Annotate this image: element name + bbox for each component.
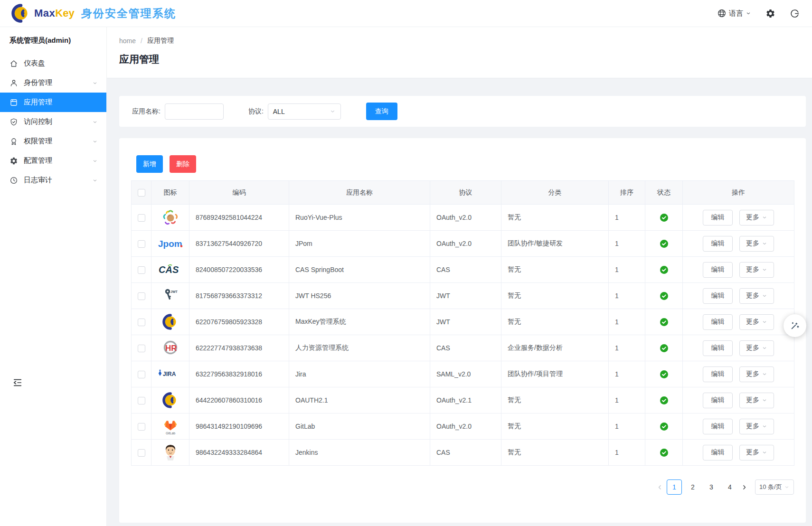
page-number-4[interactable]: 4 bbox=[722, 479, 737, 495]
sidebar-item-access[interactable]: 访问控制 bbox=[0, 112, 106, 132]
app-name-filter-input[interactable] bbox=[165, 103, 224, 120]
table-row: HR 622227747938373638 人力资源管理系统 CAS 企业服务/… bbox=[132, 335, 794, 361]
edit-button[interactable]: 编辑 bbox=[703, 340, 733, 356]
svg-text:GitLab: GitLab bbox=[165, 432, 175, 435]
edit-button[interactable]: 编辑 bbox=[703, 210, 733, 225]
app-code: 817568793663373312 bbox=[189, 283, 289, 309]
logout-button[interactable] bbox=[790, 9, 800, 19]
page-number-1[interactable]: 1 bbox=[667, 479, 682, 495]
language-switcher[interactable]: 语言 bbox=[717, 9, 751, 18]
table-row: 876892492581044224 RuoYi-Vue-Plus OAuth_… bbox=[132, 205, 794, 231]
jenkins-logo-icon bbox=[163, 443, 178, 462]
select-all-checkbox[interactable] bbox=[138, 189, 145, 197]
app-code: 986432249333284864 bbox=[189, 440, 289, 466]
app-category: 团队协作/敏捷研发 bbox=[501, 231, 609, 257]
svg-text:Jpom: Jpom bbox=[158, 239, 182, 249]
more-button[interactable]: 更多 bbox=[739, 445, 774, 460]
collapse-sidebar-icon[interactable] bbox=[12, 377, 23, 390]
sidebar-item-identity[interactable]: 身份管理 bbox=[0, 73, 106, 93]
more-button[interactable]: 更多 bbox=[739, 288, 774, 304]
more-button[interactable]: 更多 bbox=[739, 340, 774, 356]
app-sort: 1 bbox=[609, 335, 645, 361]
current-user-label: 系统管理员(admin) bbox=[0, 27, 106, 51]
row-checkbox[interactable] bbox=[138, 240, 145, 248]
chevron-down-icon bbox=[762, 293, 767, 299]
sidebar-item-label: 访问控制 bbox=[24, 117, 92, 126]
globe-icon bbox=[717, 9, 727, 18]
row-checkbox[interactable] bbox=[138, 371, 145, 378]
edit-button[interactable]: 编辑 bbox=[703, 262, 733, 278]
edit-button[interactable]: 编辑 bbox=[703, 288, 733, 304]
row-checkbox[interactable] bbox=[138, 319, 145, 326]
column-header-status: 状态 bbox=[645, 181, 683, 205]
status-enabled-icon bbox=[660, 396, 668, 404]
prev-page-icon[interactable] bbox=[656, 484, 663, 491]
page-title: 应用管理 bbox=[119, 53, 812, 66]
app-sort: 1 bbox=[609, 231, 645, 257]
edit-button[interactable]: 编辑 bbox=[703, 314, 733, 330]
more-button[interactable]: 更多 bbox=[739, 210, 774, 225]
settings-button[interactable] bbox=[765, 9, 775, 19]
row-checkbox[interactable] bbox=[138, 397, 145, 404]
sidebar-item-permission[interactable]: 权限管理 bbox=[0, 132, 106, 151]
more-button[interactable]: 更多 bbox=[739, 314, 774, 330]
column-header-sort: 排序 bbox=[609, 181, 645, 205]
app-protocol: CAS bbox=[430, 335, 501, 361]
page-number-2[interactable]: 2 bbox=[685, 479, 700, 495]
row-checkbox[interactable] bbox=[138, 423, 145, 431]
user-icon bbox=[9, 79, 18, 87]
theme-settings-fab[interactable] bbox=[784, 314, 806, 337]
app-protocol: JWT bbox=[430, 309, 501, 335]
search-button[interactable]: 查询 bbox=[366, 103, 397, 120]
edit-button[interactable]: 编辑 bbox=[703, 366, 733, 382]
sidebar-item-config[interactable]: 配置管理 bbox=[0, 151, 106, 170]
app-code: 824008507220033536 bbox=[189, 257, 289, 283]
app-sort: 1 bbox=[609, 361, 645, 387]
edit-button[interactable]: 编辑 bbox=[703, 393, 733, 408]
row-checkbox[interactable] bbox=[138, 292, 145, 300]
maxkey-logo-icon bbox=[11, 4, 30, 23]
more-button[interactable]: 更多 bbox=[739, 366, 774, 382]
delete-button[interactable]: 删除 bbox=[170, 155, 196, 173]
more-button[interactable]: 更多 bbox=[739, 393, 774, 408]
sidebar-item-audit[interactable]: 日志审计 bbox=[0, 170, 106, 190]
maxkey-app-management-page: MaxKey 身份安全管理系统 语言 bbox=[0, 0, 812, 526]
table-row: 622076759805923328 MaxKey管理系统 JWT 暂无 1 编… bbox=[132, 309, 794, 335]
gear-icon bbox=[765, 9, 775, 19]
add-button[interactable]: 新增 bbox=[136, 155, 163, 173]
edit-button[interactable]: 编辑 bbox=[703, 236, 733, 252]
edit-button[interactable]: 编辑 bbox=[703, 445, 733, 460]
edit-button[interactable]: 编辑 bbox=[703, 419, 733, 434]
row-checkbox[interactable] bbox=[138, 345, 145, 352]
status-enabled-icon bbox=[660, 292, 668, 300]
protocol-filter-select[interactable]: ALL bbox=[268, 103, 341, 120]
column-header-protocol: 协议 bbox=[430, 181, 501, 205]
more-button[interactable]: 更多 bbox=[739, 419, 774, 434]
status-enabled-icon bbox=[660, 266, 668, 274]
app-category: 暂无 bbox=[501, 387, 609, 413]
row-checkbox[interactable] bbox=[138, 449, 145, 457]
chevron-down-icon bbox=[92, 119, 98, 125]
ruoyi-logo-icon bbox=[162, 208, 179, 227]
row-checkbox[interactable] bbox=[138, 266, 145, 274]
more-button[interactable]: 更多 bbox=[739, 236, 774, 252]
next-page-icon[interactable] bbox=[741, 484, 748, 491]
row-checkbox[interactable] bbox=[138, 214, 145, 222]
page-number-3[interactable]: 3 bbox=[704, 479, 719, 495]
more-button[interactable]: 更多 bbox=[739, 262, 774, 278]
clock-icon bbox=[9, 176, 18, 185]
cards-area: 应用名称: 协议: ALL 查询 新增 删除 bbox=[107, 78, 812, 523]
sidebar-item-apps[interactable]: 应用管理 bbox=[0, 93, 106, 112]
sidebar-item-dashboard[interactable]: 仪表盘 bbox=[0, 54, 106, 73]
app-protocol: CAS bbox=[430, 440, 501, 466]
breadcrumb-home-link[interactable]: home bbox=[119, 37, 136, 45]
home-icon bbox=[9, 59, 18, 68]
app-category: 暂无 bbox=[501, 440, 609, 466]
sidebar-item-label: 日志审计 bbox=[24, 176, 92, 185]
page-numbers: 1234 bbox=[667, 479, 737, 495]
table-toolbar: 新增 删除 bbox=[136, 155, 794, 173]
chevron-down-icon bbox=[762, 241, 767, 246]
app-name: Jira bbox=[289, 361, 430, 387]
page-size-select[interactable]: 10 条/页 bbox=[755, 479, 794, 495]
filter-card: 应用名称: 协议: ALL 查询 bbox=[119, 96, 806, 127]
